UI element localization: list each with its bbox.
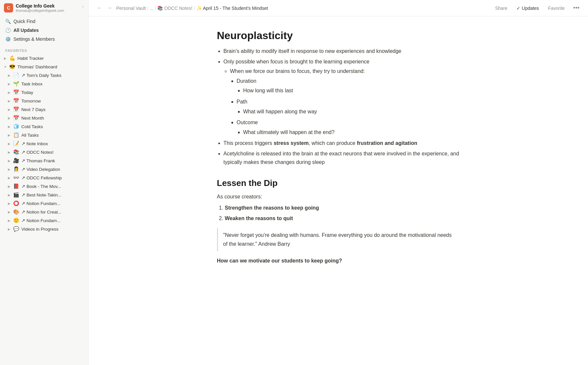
favorites-label: FAVORITES — [0, 45, 88, 54]
book-icon: 📕 — [13, 183, 19, 189]
toggle-icon[interactable]: ▶ — [7, 81, 12, 86]
all-updates-nav[interactable]: 🕐 All Updates — [3, 26, 86, 34]
sidebar-item-today[interactable]: ▶ 📅 Today — [0, 88, 88, 97]
item-label: Next Month — [21, 116, 44, 121]
forward-button[interactable]: → — [105, 4, 114, 12]
settings-label: Settings & Members — [13, 36, 55, 42]
toggle-icon[interactable]: ▶ — [7, 124, 12, 129]
sub-bullet-duration: Duration How long will this last — [237, 77, 460, 95]
sidebar-item-notion-creat[interactable]: ▶ 🎨 ↗ Notion for Creat... — [0, 208, 88, 216]
blockquote: "Never forget you're dealing with humans… — [217, 228, 460, 251]
item-label: Next 7 Days — [21, 107, 46, 112]
outcome-sub: What ultimately will happen at the end? — [243, 128, 460, 137]
sub-bullet-force-brains: When we force our brains to focus, they … — [230, 67, 460, 136]
toggle-icon[interactable]: ▶ — [7, 90, 12, 95]
updates-button[interactable]: ✓ Updates — [514, 4, 541, 12]
sub-bullet-outcome: Outcome What ultimately will happen at t… — [237, 118, 460, 136]
toggle-icon[interactable]: ▶ — [7, 107, 12, 112]
favorite-button[interactable]: Favorite — [546, 4, 568, 12]
workspace-icon: C — [4, 3, 13, 12]
sidebar-item-odcc-fellowship[interactable]: ▶ 👓 ↗ ODCC Fellowship — [0, 173, 88, 182]
item-label: Today — [21, 90, 33, 95]
sidebar-item-videos-in-progress[interactable]: ▶ 💬 Videos in Progress — [0, 225, 88, 233]
sidebar-item-next-7-days[interactable]: ▶ 📅 Next 7 Days — [0, 105, 88, 114]
smiley-icon: 🙂 — [13, 217, 19, 223]
item-label: ↗ ODCC Notes! — [21, 149, 54, 155]
sidebar-item-note-inbox[interactable]: ▶ 📝 ↗ Note Inbox — [0, 139, 88, 148]
item-label: ↗ Notion Fundam... — [21, 201, 60, 206]
item-label: ↗ Video Delegation — [21, 167, 60, 172]
toggle-icon[interactable]: ▶ — [7, 226, 12, 232]
workspace-header[interactable]: C College Info Geek thomas@collegeinfoge… — [0, 0, 88, 16]
toggle-icon[interactable]: ▶ — [7, 201, 12, 206]
sidebar-item-habit-tracker[interactable]: ▶ 💪 Habit Tracker — [0, 54, 88, 62]
toggle-icon[interactable]: ▶ — [3, 56, 8, 61]
item-label: ↗ Notion Fundam... — [21, 218, 60, 223]
share-button[interactable]: Share — [492, 4, 510, 12]
all-updates-label: All Updates — [13, 28, 39, 33]
more-options-button[interactable]: ••• — [571, 4, 581, 12]
breadcrumb-ellipsis[interactable]: ... — [150, 6, 154, 11]
item-label: Task Inbox — [21, 81, 43, 86]
numbered-item-2: Weaken the reasons to quit — [225, 214, 460, 223]
calendar-16-icon: 📅 — [13, 89, 19, 95]
sidebar-item-notion-fundam1[interactable]: ▶ ⭕ ↗ Notion Fundam... — [0, 199, 88, 208]
toggle-icon[interactable]: ▶ — [7, 209, 12, 215]
nav-arrows: ← → — [95, 4, 114, 12]
breadcrumb-odcc-notes[interactable]: 📚 ODCC Notes! — [157, 6, 192, 11]
palette-icon: 🎨 — [13, 209, 19, 215]
sidebar-item-best-note-taking[interactable]: ▶ 🎬 ↗ Best Note-Takin... — [0, 191, 88, 199]
item-label: Cold Tasks — [21, 124, 43, 129]
toggle-icon[interactable]: ▶ — [7, 158, 12, 163]
bullet-stress-system: This process triggers stress system, whi… — [224, 139, 460, 148]
breadcrumb-personal-vault[interactable]: Personal Vault — [116, 6, 146, 11]
item-label: ↗ Note Inbox — [21, 141, 48, 146]
search-icon: 🔍 — [5, 19, 11, 24]
toggle-icon[interactable]: ▶ — [7, 218, 12, 223]
bullet-neuroplasticity-1: Brain's ability to modify itself in resp… — [224, 47, 460, 56]
sub-bullet-path: Path What will happen along the way — [237, 98, 460, 116]
section2-title: Lessen the Dip — [217, 178, 460, 188]
quick-find-nav[interactable]: 🔍 Quick Find — [3, 17, 86, 26]
toggle-icon[interactable]: ▼ — [3, 64, 8, 69]
sidebar-item-all-tasks[interactable]: ▶ 📋 All Tasks — [0, 131, 88, 139]
item-label: ↗ Best Note-Takin... — [21, 192, 61, 197]
item-label: ↗ ODCC Fellowship — [21, 175, 62, 180]
toggle-icon[interactable]: ▶ — [7, 175, 12, 180]
item-label: Videos in Progress — [21, 227, 58, 232]
toggle-icon[interactable]: ▶ — [7, 115, 12, 121]
sidebar-item-toms-daily-tasks[interactable]: ▶ 📄 ↗ Tom's Daily Tasks — [0, 71, 88, 80]
back-button[interactable]: ← — [95, 4, 104, 12]
toggle-icon[interactable]: ▶ — [7, 132, 12, 138]
sidebar-item-next-month[interactable]: ▶ 📅 Next Month — [0, 114, 88, 122]
clock-icon: 🕐 — [5, 28, 11, 33]
sidebar-item-notion-fundam2[interactable]: ▶ 🙂 ↗ Notion Fundam... — [0, 216, 88, 225]
sidebar-item-video-delegation[interactable]: ▶ 👩‍💼 ↗ Video Delegation — [0, 165, 88, 173]
toggle-icon[interactable]: ▶ — [7, 149, 12, 155]
toggle-icon[interactable]: ▶ — [7, 141, 12, 146]
clipboard-icon: 📋 — [13, 132, 19, 138]
item-label: ↗ Thomas Frank — [21, 158, 55, 163]
speech-icon: 💬 — [13, 226, 19, 232]
toggle-icon[interactable]: ▶ — [7, 98, 12, 103]
item-label: Habit Tracker — [17, 56, 44, 61]
sidebar-item-task-inbox[interactable]: ▶ 🌱 Task Inbox — [0, 80, 88, 88]
settings-nav[interactable]: ⚙️ Settings & Members — [3, 35, 86, 43]
calendar-next7-icon: 📅 — [13, 106, 19, 112]
person-icon: 👩‍💼 — [13, 166, 19, 172]
sidebar-item-thomas-dashboard[interactable]: ▼ 😎 Thomas' Dashboard — [0, 62, 88, 71]
sidebar-item-tomorrow[interactable]: ▶ 📅 Tomorrow — [0, 97, 88, 105]
toggle-icon[interactable]: ▶ — [7, 192, 12, 197]
duration-sub: How long will this last — [243, 86, 460, 95]
workspace-info: College Info Geek thomas@collegeinfogeek… — [16, 3, 78, 12]
toggle-icon[interactable]: ▶ — [7, 167, 12, 172]
toggle-icon[interactable]: ▶ — [7, 73, 12, 78]
sidebar-item-thomas-frank[interactable]: ▶ 🎥 ↗ Thomas Frank — [0, 156, 88, 165]
section1-title: Neuroplasticity — [217, 30, 460, 42]
clapper-icon: 🎬 — [13, 192, 19, 198]
toggle-icon[interactable]: ▶ — [7, 184, 12, 189]
sidebar-item-cold-tasks[interactable]: ▶ 🧊 Cold Tasks — [0, 122, 88, 131]
numbered-item-1: Strengthen the reasons to keep going — [225, 204, 460, 212]
sidebar-item-book[interactable]: ▶ 📕 ↗ Book - The Mov... — [0, 182, 88, 191]
sidebar-item-odcc-notes[interactable]: ▶ 📚 ↗ ODCC Notes! — [0, 148, 88, 156]
